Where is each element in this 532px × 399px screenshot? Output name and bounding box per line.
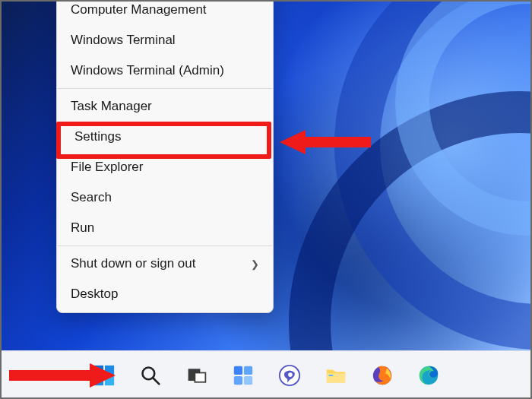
menu-item-label: Run [71,220,94,236]
taskbar-task-view-button[interactable] [179,357,215,394]
svg-rect-3 [104,365,113,374]
menu-item-label: Computer Management [71,2,207,17]
taskbar-file-explorer-button[interactable] [318,357,354,394]
start-button[interactable] [86,357,122,394]
menu-item-label: Windows Terminal (Admin) [71,63,224,78]
taskbar-edge-button[interactable] [410,357,447,394]
svg-rect-16 [326,373,344,382]
taskbar-widgets-button[interactable] [225,357,261,394]
start-context-menu: Computer Management Windows Terminal Win… [56,0,274,313]
svg-rect-5 [104,375,113,385]
menu-item-computer-management[interactable]: Computer Management [57,0,273,25]
svg-rect-12 [233,375,242,384]
menu-item-label: Settings [74,129,121,144]
taskbar-search-button[interactable] [132,357,169,394]
menu-item-label: Task Manager [71,99,152,114]
svg-rect-13 [243,375,252,384]
svg-rect-2 [93,365,103,374]
taskbar-firefox-button[interactable] [364,357,401,394]
search-icon [140,365,161,386]
svg-point-15 [288,372,293,377]
svg-rect-9 [195,372,205,382]
taskbar-chat-button[interactable] [271,357,308,394]
menu-item-search[interactable]: Search [57,182,273,213]
menu-item-file-explorer[interactable]: File Explorer [57,152,273,182]
file-explorer-icon [325,364,347,387]
menu-item-desktop[interactable]: Desktop [57,279,273,309]
menu-item-label: Search [71,190,112,205]
edge-icon [417,364,440,387]
svg-rect-11 [243,366,252,374]
menu-item-settings[interactable]: Settings [61,122,269,152]
chevron-right-icon: ❯ [251,258,259,270]
chat-icon [278,364,301,387]
svg-rect-4 [93,375,103,385]
taskbar [0,350,532,399]
svg-rect-10 [233,366,242,374]
menu-item-windows-terminal[interactable]: Windows Terminal [57,25,273,55]
menu-item-label: Shut down or sign out [71,256,195,271]
menu-separator [58,245,272,246]
firefox-icon [371,364,394,387]
widgets-icon [232,364,255,387]
menu-item-run[interactable]: Run [57,213,273,243]
windows-logo-icon [93,364,116,387]
svg-line-7 [153,378,159,384]
menu-item-shutdown-signout[interactable]: Shut down or sign out ❯ [57,249,273,279]
menu-item-label: Desktop [71,287,118,302]
menu-item-label: File Explorer [71,160,143,175]
task-view-icon [186,365,207,386]
menu-item-windows-terminal-admin[interactable]: Windows Terminal (Admin) [57,55,273,86]
svg-rect-17 [328,375,333,376]
menu-item-task-manager[interactable]: Task Manager [57,91,273,122]
menu-separator [58,88,272,89]
menu-item-label: Windows Terminal [71,33,176,48]
